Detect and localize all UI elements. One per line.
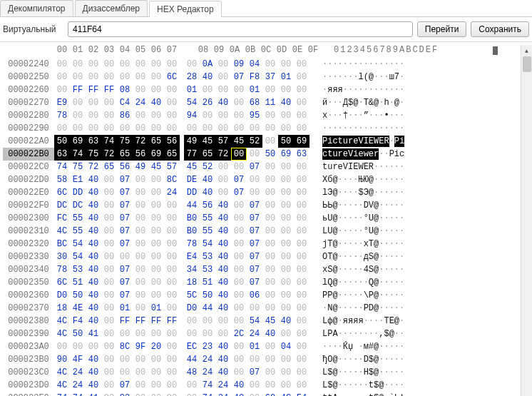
byte-cell[interactable]: 49 bbox=[133, 161, 148, 173]
byte-cell[interactable]: 4F bbox=[70, 353, 86, 366]
byte-cell[interactable]: 00 bbox=[101, 71, 117, 83]
byte-cell[interactable]: 44 bbox=[200, 302, 215, 315]
hex-row[interactable]: 0000228078000000860000009400000095000000… bbox=[3, 109, 521, 122]
tab-hex-editor[interactable]: HEX Редактор bbox=[149, 1, 222, 17]
byte-cell[interactable]: 00 bbox=[231, 276, 247, 289]
byte-cell[interactable]: FF bbox=[164, 315, 180, 328]
byte-cell[interactable]: 00 bbox=[70, 58, 86, 71]
byte-cell[interactable]: 57 bbox=[164, 161, 180, 173]
ascii-cell[interactable]: LU@·····°U@····· bbox=[322, 225, 404, 238]
ascii-cell[interactable]: jТ@·····xТ@····· bbox=[322, 238, 404, 250]
hex-row[interactable]: 000023104C55400007000000B055400007000000… bbox=[3, 225, 521, 238]
byte-cell[interactable]: 8C bbox=[164, 173, 180, 186]
byte-cell[interactable]: 07 bbox=[247, 276, 262, 289]
byte-cell[interactable]: 40 bbox=[86, 212, 101, 225]
byte-cell[interactable]: 65 bbox=[117, 148, 133, 161]
byte-cell[interactable]: 00 bbox=[215, 173, 231, 186]
ascii-cell[interactable]: ················ bbox=[322, 58, 404, 71]
byte-cell[interactable]: 40 bbox=[231, 392, 247, 396]
byte-cell[interactable]: 00 bbox=[294, 315, 310, 328]
ascii-cell[interactable]: lQ@······Q@····· bbox=[322, 276, 404, 289]
byte-cell[interactable]: B0 bbox=[184, 212, 200, 225]
byte-cell[interactable]: 00 bbox=[294, 161, 310, 173]
byte-cell[interactable]: 74 bbox=[101, 135, 117, 148]
byte-cell[interactable]: DE bbox=[184, 173, 200, 186]
byte-cell[interactable]: 4C bbox=[54, 328, 70, 340]
byte-cell[interactable]: 00 bbox=[148, 109, 164, 122]
byte-cell[interactable]: 00 bbox=[294, 302, 310, 315]
byte-cell[interactable]: 11 bbox=[262, 96, 278, 109]
byte-cell[interactable]: 24 bbox=[215, 379, 231, 392]
byte-cell[interactable]: 74 bbox=[54, 161, 70, 173]
byte-cell[interactable]: 40 bbox=[200, 173, 215, 186]
byte-cell[interactable]: 50 bbox=[70, 289, 86, 302]
byte-cell[interactable]: 00 bbox=[278, 353, 294, 366]
byte-cell[interactable]: 24 bbox=[70, 366, 86, 379]
byte-cell[interactable]: 00 bbox=[278, 212, 294, 225]
byte-cell[interactable]: 00 bbox=[262, 250, 278, 263]
ascii-cell[interactable]: L$@·····H$@····· bbox=[322, 366, 404, 379]
byte-cell[interactable]: 00 bbox=[164, 250, 180, 263]
byte-cell[interactable]: 00 bbox=[294, 276, 310, 289]
byte-cell[interactable]: 00 bbox=[164, 379, 180, 392]
byte-cell[interactable]: 26 bbox=[200, 96, 215, 109]
byte-cell[interactable]: 00 bbox=[117, 366, 133, 379]
hex-row[interactable]: 000023A0000000008C9F2000EC23400001000400… bbox=[3, 340, 521, 353]
byte-cell[interactable]: 00 bbox=[294, 58, 310, 71]
byte-cell[interactable]: 00 bbox=[262, 302, 278, 315]
scroll-down-icon[interactable]: ▼ bbox=[522, 393, 532, 396]
byte-cell[interactable]: 63 bbox=[54, 148, 70, 161]
byte-cell[interactable]: 00 bbox=[231, 212, 247, 225]
ascii-cell[interactable]: ·······l(@···ш7· bbox=[322, 71, 404, 83]
byte-cell[interactable]: 00 bbox=[294, 238, 310, 250]
byte-cell[interactable]: 00 bbox=[117, 328, 133, 340]
byte-cell[interactable]: 95 bbox=[247, 109, 262, 122]
byte-cell[interactable]: 00 bbox=[148, 122, 164, 135]
byte-cell[interactable]: 9F bbox=[133, 340, 148, 353]
byte-cell[interactable]: 00 bbox=[70, 96, 86, 109]
byte-cell[interactable]: 00 bbox=[262, 366, 278, 379]
byte-cell[interactable]: 00 bbox=[133, 109, 148, 122]
byte-cell[interactable]: 40 bbox=[215, 353, 231, 366]
byte-cell[interactable]: 40 bbox=[215, 276, 231, 289]
byte-cell[interactable]: 40 bbox=[215, 96, 231, 109]
byte-cell[interactable]: 78 bbox=[54, 109, 70, 122]
byte-cell[interactable]: 00 bbox=[262, 238, 278, 250]
byte-cell[interactable]: 00 bbox=[54, 340, 70, 353]
byte-cell[interactable]: E1 bbox=[70, 173, 86, 186]
byte-cell[interactable]: 55 bbox=[200, 225, 215, 238]
byte-cell[interactable]: E4 bbox=[184, 250, 200, 263]
byte-cell[interactable]: 00 bbox=[133, 83, 148, 96]
byte-cell[interactable]: 74 bbox=[200, 392, 215, 396]
byte-cell[interactable]: 48 bbox=[184, 366, 200, 379]
ascii-cell[interactable]: Xб@····ЊЮ@······ bbox=[322, 173, 404, 186]
byte-cell[interactable]: 00 bbox=[262, 289, 278, 302]
byte-cell[interactable]: 6C bbox=[54, 186, 70, 199]
byte-cell[interactable]: 00 bbox=[54, 122, 70, 135]
byte-cell[interactable]: 00 bbox=[200, 315, 215, 328]
ascii-cell[interactable]: lЭ@····$Э@······ bbox=[322, 186, 404, 199]
byte-cell[interactable]: 00 bbox=[247, 148, 262, 161]
byte-cell[interactable]: 00 bbox=[278, 225, 294, 238]
byte-cell[interactable]: 00 bbox=[247, 186, 262, 199]
byte-cell[interactable]: 00 bbox=[294, 225, 310, 238]
byte-cell[interactable]: 07 bbox=[117, 289, 133, 302]
byte-cell[interactable]: 00 bbox=[215, 122, 231, 135]
byte-cell[interactable]: 00 bbox=[164, 122, 180, 135]
byte-cell[interactable]: 6C bbox=[54, 276, 70, 289]
byte-cell[interactable]: 00 bbox=[294, 96, 310, 109]
byte-cell[interactable]: C4 bbox=[117, 96, 133, 109]
byte-cell[interactable]: 00 bbox=[101, 173, 117, 186]
byte-cell[interactable]: 00 bbox=[215, 58, 231, 71]
byte-cell[interactable]: 00 bbox=[262, 58, 278, 71]
byte-cell[interactable]: 40 bbox=[215, 302, 231, 315]
byte-cell[interactable]: 07 bbox=[117, 199, 133, 212]
byte-cell[interactable]: 00 bbox=[164, 392, 180, 396]
byte-cell[interactable]: 00 bbox=[278, 83, 294, 96]
byte-cell[interactable]: 63 bbox=[86, 135, 101, 148]
byte-cell[interactable]: 00 bbox=[148, 225, 164, 238]
ascii-cell[interactable]: й···Д$@·T&@·h·@· bbox=[322, 96, 404, 109]
vertical-scrollbar[interactable]: ▲ ▼ bbox=[521, 45, 532, 396]
byte-cell[interactable]: 00 bbox=[101, 340, 117, 353]
byte-cell[interactable]: 37 bbox=[262, 71, 278, 83]
